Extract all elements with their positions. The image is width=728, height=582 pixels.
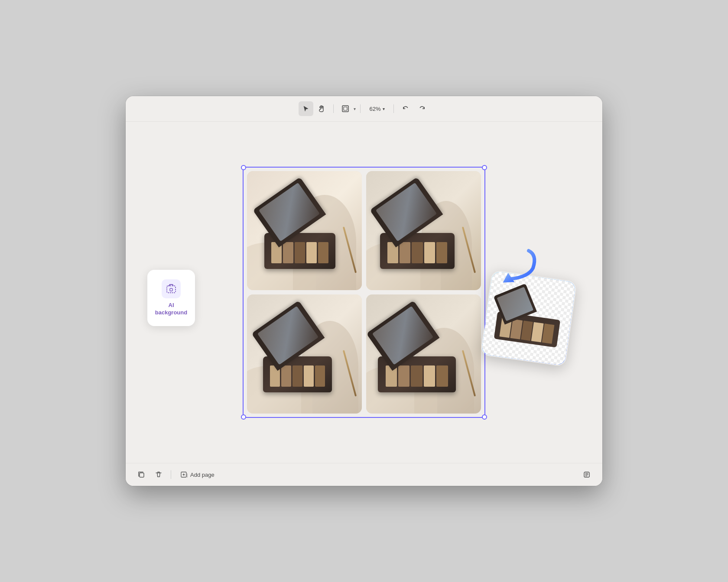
canvas-content (243, 167, 485, 418)
svg-rect-0 (342, 106, 348, 112)
add-page-label: Add page (190, 472, 214, 478)
zoom-button[interactable]: 62% ▾ (365, 104, 389, 114)
toolbar-separator-2 (360, 104, 361, 113)
undo-button[interactable] (398, 101, 413, 116)
toolbar-separator-3 (393, 104, 394, 113)
hand-tool-button[interactable] (314, 101, 329, 116)
bottom-separator (171, 470, 171, 479)
toolbar-separator-1 (333, 104, 334, 113)
image-cell-1[interactable] (247, 171, 362, 290)
bottom-bar: Add page (126, 463, 602, 486)
tool-group (299, 101, 329, 116)
floating-palette (494, 289, 563, 348)
delete-button[interactable] (152, 468, 166, 482)
floating-product-card (480, 269, 578, 367)
select-tool-button[interactable] (299, 101, 313, 116)
svg-rect-5 (140, 473, 144, 477)
frame-tool-button[interactable] (338, 101, 353, 116)
image-cell-3[interactable] (247, 294, 362, 414)
layers-button[interactable] (580, 468, 594, 482)
canvas-area: AI background (126, 122, 602, 463)
app-window: ▾ 62% ▾ (126, 96, 602, 486)
zoom-chevron-icon: ▾ (383, 107, 385, 111)
svg-rect-2 (167, 286, 176, 293)
toolbar: ▾ 62% ▾ (126, 96, 602, 122)
svg-rect-1 (344, 107, 347, 110)
ai-panel-label: AI background (155, 302, 187, 317)
zoom-level-label: 62% (369, 106, 380, 112)
duplicate-button[interactable] (134, 468, 148, 482)
add-page-button[interactable]: Add page (176, 469, 219, 480)
ai-panel-icon (162, 279, 181, 298)
image-cell-4[interactable] (366, 294, 481, 414)
ai-background-panel[interactable]: AI background (147, 270, 195, 326)
svg-rect-3 (170, 288, 172, 291)
bottom-right (580, 468, 594, 482)
redo-button[interactable] (415, 101, 429, 116)
image-cell-2[interactable] (366, 171, 481, 290)
image-grid (243, 167, 485, 418)
frame-chevron[interactable]: ▾ (354, 107, 356, 111)
